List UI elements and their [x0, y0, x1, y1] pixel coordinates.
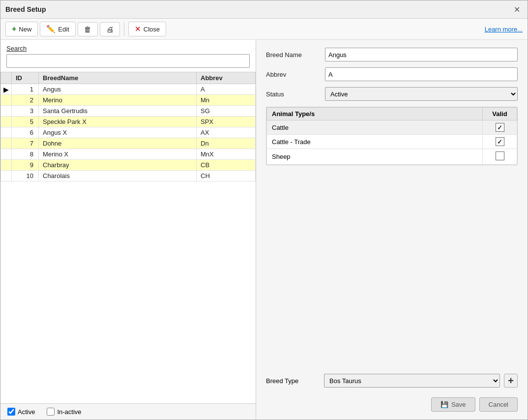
title-bar: Breed Setup ✕	[0, 0, 528, 19]
row-abbrev: SPX	[197, 117, 256, 127]
row-id: 5	[12, 117, 39, 127]
cancel-label: Cancel	[489, 401, 508, 408]
breeds-table: ID BreedName Abbrev ▶1AngusA2MerinoMn3Sa…	[0, 72, 256, 181]
row-breed-name: Dohne	[39, 138, 197, 149]
abbrev-row: Abbrev	[266, 67, 518, 81]
search-input[interactable]	[6, 54, 250, 68]
row-arrow-cell	[1, 149, 12, 160]
left-footer: Active In-active	[0, 403, 256, 420]
valid-checkbox[interactable]	[496, 123, 504, 132]
learn-more-link[interactable]: Learn more...	[485, 26, 523, 33]
save-button[interactable]: 💾 Save	[431, 397, 475, 412]
new-button[interactable]: + New	[5, 22, 38, 36]
breed-type-select[interactable]: Bos Taurus Bos Indicus Other	[324, 374, 500, 388]
row-arrow-cell	[1, 171, 12, 181]
table-header-row: ID BreedName Abbrev	[1, 72, 256, 84]
col-arrow	[1, 72, 12, 84]
table-row[interactable]: 5Speckle Park XSPX	[1, 117, 256, 127]
animal-type-name: Cattle	[267, 120, 483, 135]
table-row[interactable]: 8Merino XMnX	[1, 149, 256, 160]
row-abbrev: MnX	[197, 149, 256, 160]
row-abbrev: Mn	[197, 95, 256, 106]
active-checkbox[interactable]	[7, 408, 15, 416]
table-row[interactable]: 10CharolaisCH	[1, 171, 256, 181]
abbrev-input[interactable]	[325, 67, 518, 81]
close-x-icon: ✕	[135, 25, 141, 33]
window-title: Breed Setup	[5, 5, 46, 13]
table-row[interactable]: 2MerinoMn	[1, 95, 256, 106]
toolbar: + New ✏️ Edit 🗑 🖨 ✕ Close Learn more...	[0, 19, 528, 40]
table-row[interactable]: ▶1AngusA	[1, 84, 256, 95]
table-row[interactable]: 9CharbrayCB	[1, 160, 256, 171]
row-id: 7	[12, 138, 39, 149]
breed-type-label: Breed Type	[266, 377, 320, 385]
row-abbrev: AX	[197, 127, 256, 138]
row-breed-name: Merino X	[39, 149, 197, 160]
delete-button[interactable]: 🗑	[78, 22, 98, 36]
row-breed-name: Charbray	[39, 160, 197, 171]
breed-type-add-button[interactable]: +	[504, 374, 518, 388]
row-id: 9	[12, 160, 39, 171]
status-label: Status	[266, 90, 320, 98]
row-breed-name: Angus	[39, 84, 197, 95]
row-arrow-cell	[1, 106, 12, 117]
animal-types-container: Animal Type/s Valid CattleCattle - Trade…	[266, 107, 518, 165]
valid-col-header: Valid	[483, 108, 517, 120]
inactive-label: In-active	[57, 408, 81, 416]
inactive-checkbox-label[interactable]: In-active	[47, 408, 81, 416]
new-label: New	[19, 26, 31, 33]
table-row[interactable]: 7DohneDn	[1, 138, 256, 149]
row-breed-name: Merino	[39, 95, 197, 106]
row-abbrev: SG	[197, 106, 256, 117]
save-disk-icon: 💾	[440, 401, 448, 408]
row-breed-name: Angus X	[39, 127, 197, 138]
animal-type-row: Sheep	[267, 149, 517, 165]
row-arrow-cell	[1, 160, 12, 171]
main-content: Search ID BreedName Abbrev ▶1AngusA2Meri…	[0, 40, 528, 420]
main-window: Breed Setup ✕ + New ✏️ Edit 🗑 🖨 ✕ Close …	[0, 0, 528, 420]
valid-checkbox[interactable]	[496, 151, 504, 160]
inactive-checkbox[interactable]	[47, 408, 55, 416]
row-abbrev: Dn	[197, 138, 256, 149]
save-label: Save	[451, 401, 466, 408]
window-close-button[interactable]: ✕	[511, 3, 523, 15]
row-arrow-cell: ▶	[1, 84, 12, 95]
breed-name-row: Breed Name	[266, 48, 518, 61]
edit-button[interactable]: ✏️ Edit	[40, 22, 75, 36]
row-abbrev: CH	[197, 171, 256, 181]
animal-type-name: Sheep	[267, 149, 483, 165]
breed-name-label: Breed Name	[266, 51, 320, 59]
cancel-button[interactable]: Cancel	[479, 397, 518, 412]
breeds-table-wrapper: ID BreedName Abbrev ▶1AngusA2MerinoMn3Sa…	[0, 72, 256, 403]
status-row: Status Active Inactive	[266, 87, 518, 101]
plus-icon-breed: +	[508, 375, 514, 387]
edit-label: Edit	[58, 26, 69, 33]
breed-name-input[interactable]	[325, 48, 518, 61]
animal-types-header-row: Animal Type/s Valid	[267, 108, 517, 120]
status-select[interactable]: Active Inactive	[325, 87, 518, 101]
row-abbrev: A	[197, 84, 256, 95]
plus-icon: +	[12, 25, 16, 33]
close-button[interactable]: ✕ Close	[128, 22, 166, 36]
table-row[interactable]: 6Angus XAX	[1, 127, 256, 138]
row-id: 6	[12, 127, 39, 138]
toolbar-separator	[124, 22, 124, 36]
active-checkbox-label[interactable]: Active	[7, 408, 35, 416]
animal-type-valid-cell	[483, 149, 517, 165]
table-row[interactable]: 3Santa GertrudisSG	[1, 106, 256, 117]
col-id: ID	[12, 72, 39, 84]
row-id: 8	[12, 149, 39, 160]
print-button[interactable]: 🖨	[100, 22, 120, 36]
animal-type-valid-cell	[483, 120, 517, 135]
valid-checkbox[interactable]	[496, 137, 504, 146]
left-panel: Search ID BreedName Abbrev ▶1AngusA2Meri…	[0, 40, 256, 420]
row-arrow-cell	[1, 117, 12, 127]
row-id: 2	[12, 95, 39, 106]
breed-type-row: Breed Type Bos Taurus Bos Indicus Other …	[266, 374, 518, 388]
animal-type-col-header: Animal Type/s	[267, 108, 483, 120]
row-breed-name: Santa Gertrudis	[39, 106, 197, 117]
search-section: Search	[0, 40, 256, 72]
selected-arrow-icon: ▶	[3, 86, 9, 93]
search-label: Search	[6, 45, 250, 52]
row-arrow-cell	[1, 95, 12, 106]
